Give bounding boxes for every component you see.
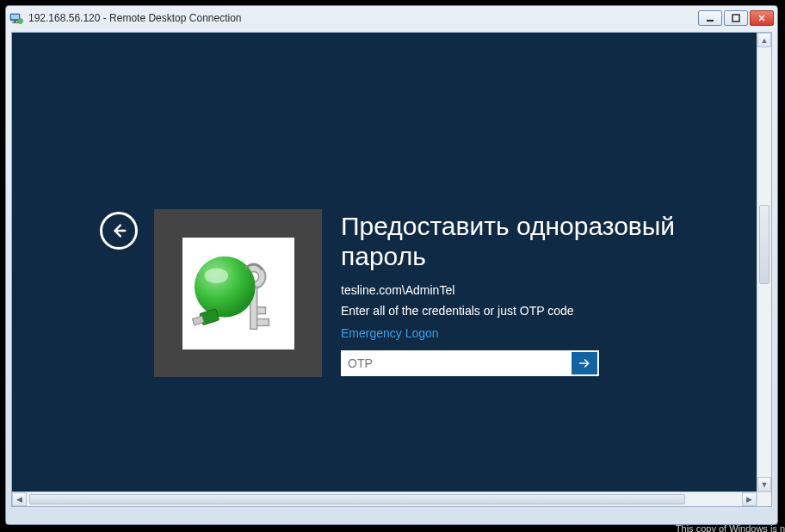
windows-watermark: This copy of Windows is n [676,523,785,532]
window-title: 192.168.56.120 - Remote Desktop Connecti… [28,12,242,24]
scroll-down-button[interactable]: ▼ [757,477,771,492]
svg-rect-1 [11,15,19,19]
svg-point-12 [194,256,255,317]
remote-screen: Предоставить одноразовый пароль tesline.… [12,33,757,492]
svg-rect-6 [732,15,739,22]
maximize-button[interactable] [724,10,748,26]
client-area: Предоставить одноразовый пароль tesline.… [11,32,772,507]
login-form: Предоставить одноразовый пароль tesline.… [341,212,702,376]
scrollbar-corner [757,492,771,506]
svg-point-4 [18,19,23,24]
titlebar[interactable]: 192.168.56.120 - Remote Desktop Connecti… [6,6,777,30]
svg-rect-15 [192,315,204,325]
windows-login-screen: Предоставить одноразовый пароль tesline.… [12,33,757,492]
otp-input[interactable] [343,352,572,374]
horizontal-scroll-thumb[interactable] [29,494,685,504]
rdp-window: 192.168.56.120 - Remote Desktop Connecti… [5,5,778,525]
svg-rect-11 [257,319,269,325]
rdp-app-icon [9,11,23,25]
arrow-left-icon [109,221,128,240]
horizontal-scrollbar[interactable]: ◀ ▶ [12,492,757,506]
scroll-left-button[interactable]: ◀ [12,492,27,506]
back-button[interactable] [100,212,138,250]
credential-provider-icon [182,238,294,350]
otp-input-row [341,350,599,376]
credential-provider-tile [154,209,322,377]
instruction-text: Enter all of the credentials or just OTP… [341,304,702,318]
vertical-scroll-thumb[interactable] [759,205,770,284]
svg-rect-5 [707,20,714,22]
username-label: tesline.com\AdminTel [341,283,702,297]
svg-rect-10 [257,306,265,313]
scroll-right-button[interactable]: ▶ [742,492,757,506]
emergency-logon-link[interactable]: Emergency Logon [341,326,439,340]
svg-rect-2 [14,21,16,22]
svg-rect-3 [12,22,18,23]
window-controls [698,10,774,26]
arrow-right-icon [578,356,591,370]
scroll-up-button[interactable]: ▲ [757,33,771,47]
close-button[interactable] [750,10,774,26]
svg-point-13 [204,268,228,283]
vertical-scrollbar[interactable]: ▲ ▼ [757,33,771,492]
login-heading: Предоставить одноразовый пароль [341,212,702,271]
emergency-logon-row: Emergency Logon [341,326,702,340]
minimize-button[interactable] [698,10,722,26]
submit-button[interactable] [572,352,597,374]
